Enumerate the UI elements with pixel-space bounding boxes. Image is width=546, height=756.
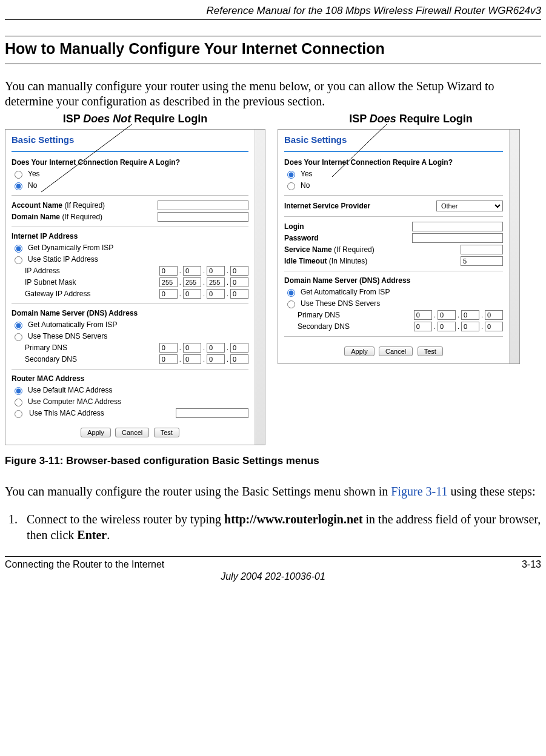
service-name-label: Service Name	[284, 245, 332, 254]
mac-this-input[interactable]	[176, 408, 248, 418]
ip-c[interactable]	[207, 266, 225, 276]
account-name-input[interactable]	[158, 201, 248, 210]
divider	[12, 227, 248, 227]
caption-right-post: Require Login	[396, 113, 473, 125]
radio-mac-default[interactable]	[15, 387, 22, 395]
domain-name-input[interactable]	[158, 212, 248, 222]
sdns-d-r[interactable]	[485, 322, 503, 331]
gw-a[interactable]	[159, 289, 178, 299]
after-figure-pre: You can manually configure the router us…	[5, 485, 391, 498]
secondary-dns-group-left: . . .	[159, 354, 248, 364]
gateway-group: . . .	[159, 289, 248, 299]
captions-row: ISP Does Not Require Login ISP Does Requ…	[5, 113, 541, 125]
pdns-d-l[interactable]	[230, 343, 248, 353]
ip-d[interactable]	[230, 266, 248, 276]
scrollbar-right[interactable]	[509, 130, 519, 363]
divider	[12, 151, 248, 152]
radio-yes-left[interactable]	[15, 171, 22, 179]
gw-d[interactable]	[230, 289, 248, 299]
label-dyn-ip: Get Dynamically From ISP	[28, 244, 113, 252]
gw-c[interactable]	[207, 289, 225, 299]
pdns-b-r[interactable]	[438, 310, 456, 320]
service-name-input[interactable]	[461, 245, 503, 254]
sdns-a-l[interactable]	[159, 354, 178, 364]
label-no-right: No	[301, 181, 310, 190]
scrollbar-left[interactable]	[255, 130, 265, 445]
account-name-label: Account Name	[12, 201, 62, 210]
sdns-c-r[interactable]	[461, 322, 479, 331]
radio-mac-this[interactable]	[15, 410, 22, 418]
radio-yes-right[interactable]	[287, 171, 295, 179]
idle-input[interactable]	[461, 256, 503, 266]
password-input[interactable]	[412, 233, 503, 243]
ip-address-label: IP Address	[25, 267, 156, 275]
subnet-group: . . .	[159, 277, 248, 287]
ip-a[interactable]	[159, 266, 178, 276]
mask-a[interactable]	[159, 277, 178, 287]
sdns-b-r[interactable]	[438, 322, 456, 331]
login-input[interactable]	[412, 222, 503, 231]
pdns-d-r[interactable]	[485, 310, 503, 320]
radio-no-left[interactable]	[15, 182, 22, 190]
radio-dns-use-right[interactable]	[287, 300, 295, 308]
caption-right: ISP Does Require Login	[290, 113, 532, 125]
radio-dns-auto-left[interactable]	[15, 322, 22, 330]
pdns-c-l[interactable]	[207, 343, 225, 353]
radio-dyn-ip[interactable]	[15, 245, 22, 253]
mask-c[interactable]	[207, 277, 225, 287]
apply-button-right[interactable]: Apply	[344, 346, 375, 356]
panel-no-login: Basic Settings Does Your Internet Connec…	[5, 129, 265, 445]
caption-left-post: Require Login	[131, 113, 207, 125]
radio-dns-use-left[interactable]	[15, 333, 22, 341]
radio-static-ip[interactable]	[15, 256, 22, 264]
isp-select[interactable]: Other	[436, 201, 503, 211]
sdns-b-l[interactable]	[183, 354, 201, 364]
figure-link[interactable]: Figure 3-11	[391, 485, 447, 498]
radio-mac-computer[interactable]	[15, 399, 22, 406]
test-button-left[interactable]: Test	[154, 428, 179, 437]
after-figure-paragraph: You can manually configure the router us…	[5, 484, 541, 499]
gw-b[interactable]	[183, 289, 201, 299]
pdns-c-r[interactable]	[461, 310, 479, 320]
after-figure-post: using these steps:	[447, 485, 535, 498]
figure-caption: Figure 3-11: Browser-based configuration…	[5, 455, 541, 467]
sdns-a-r[interactable]	[414, 322, 432, 331]
panel-login: Basic Settings Does Your Internet Connec…	[278, 129, 520, 364]
internet-ip-heading: Internet IP Address	[12, 232, 248, 240]
step1-pre: Connect to the wireless router by typing	[27, 512, 224, 526]
secondary-dns-group-right: . . .	[414, 322, 503, 331]
domain-name-label: Domain Name	[12, 213, 60, 221]
button-row-right: Apply Cancel Test	[284, 343, 503, 357]
sdns-c-l[interactable]	[207, 354, 225, 364]
primary-dns-group-right: . . .	[414, 310, 503, 320]
dns-heading-left: Domain Name Server (DNS) Address	[12, 309, 248, 317]
radio-no-right[interactable]	[287, 182, 295, 190]
steps-list: Connect to the wireless router by typing…	[5, 511, 541, 543]
pdns-a-l[interactable]	[159, 343, 178, 353]
test-button-right[interactable]: Test	[418, 346, 443, 356]
gateway-label: Gateway IP Address	[25, 290, 156, 298]
isp-label: Internet Service Provider	[284, 202, 370, 210]
intro-paragraph: You can manually configure your router u…	[5, 79, 541, 109]
apply-button-left[interactable]: Apply	[81, 428, 111, 437]
radio-dns-auto-right[interactable]	[287, 289, 295, 297]
step1-enter: Enter	[77, 528, 107, 542]
ip-address-group: . . .	[159, 266, 248, 276]
sdns-d-l[interactable]	[230, 354, 248, 364]
ip-b[interactable]	[183, 266, 201, 276]
pdns-a-r[interactable]	[414, 310, 432, 320]
label-dns-auto-left: Get Automatically From ISP	[28, 320, 117, 329]
cancel-button-left[interactable]: Cancel	[115, 428, 149, 437]
mask-b[interactable]	[183, 277, 201, 287]
cancel-button-right[interactable]: Cancel	[379, 346, 413, 356]
label-mac-computer: Use Computer MAC Address	[28, 397, 121, 406]
idle-label: Idle Timeout	[284, 257, 327, 265]
if-required-hint: (If Required)	[64, 201, 105, 210]
divider	[284, 151, 503, 152]
mask-d[interactable]	[230, 277, 248, 287]
divider	[284, 336, 503, 337]
secondary-dns-label-left: Secondary DNS	[25, 355, 156, 363]
pdns-b-l[interactable]	[183, 343, 201, 353]
panel-title-left: Basic Settings	[12, 134, 248, 148]
header-reference: Reference Manual for the 108 Mbps Wirele…	[5, 5, 541, 20]
